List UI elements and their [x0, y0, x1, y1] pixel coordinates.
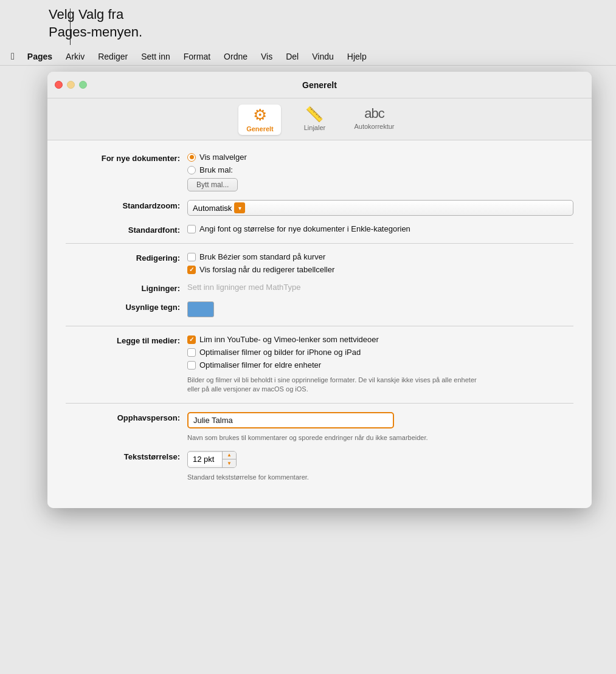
menu-ordne[interactable]: Ordne: [218, 50, 253, 63]
vis-forslag-row: Vis forslag når du redigerer tabellcelle…: [187, 265, 573, 274]
menubar:  Pages Arkiv Rediger Sett inn Format Or…: [0, 47, 616, 66]
bruk-mal-radio[interactable]: [187, 166, 196, 174]
iphone-checkbox[interactable]: [187, 348, 196, 357]
menu-pages[interactable]: Pages: [22, 50, 58, 63]
vis-forslag-checkbox[interactable]: [187, 266, 196, 274]
tekststorrelse-input[interactable]: [188, 453, 222, 466]
eldre-row: Optimaliser filmer for eldre enheter: [187, 360, 573, 370]
bezier-label: Bruk Bézier som standard på kurver: [199, 252, 325, 261]
bruk-mal-label: Bruk mal:: [199, 165, 233, 174]
tab-autokorrektur[interactable]: abc Autokorrektur: [348, 105, 400, 135]
standardfont-checkbox[interactable]: [187, 225, 196, 233]
ligninger-row: Ligninger: Sett inn ligninger med MathTy…: [66, 283, 573, 293]
standardfont-row: Standardfont: Angi font og størrelse for…: [66, 224, 573, 235]
window-title: Generelt: [302, 80, 337, 90]
tab-linjaler-label: Linjaler: [304, 124, 325, 131]
menu-del[interactable]: Del: [280, 50, 304, 63]
redigering-label: Redigering:: [66, 252, 187, 263]
redigering-controls: Bruk Bézier som standard på kurver Vis f…: [187, 252, 573, 274]
for-nye-dokumenter-label: For nye dokumenter:: [66, 153, 187, 163]
standardzoom-controls: Automatisk ▾: [187, 200, 573, 216]
legge-til-medier-controls: Lim inn YouTube- og Vimeo-lenker som net…: [187, 335, 573, 394]
standardzoom-label: Standardzoom:: [66, 200, 187, 210]
standardfont-label: Standardfont:: [66, 224, 187, 235]
tekststorrelse-sub: Standard tekststørrelse for kommentarer.: [187, 473, 443, 482]
bezier-row: Bruk Bézier som standard på kurver: [187, 252, 573, 261]
opphavsperson-controls: Navn som brukes til kommentarer og spore…: [187, 412, 573, 442]
vis-malvelger-row: Vis malvelger: [187, 153, 573, 162]
eldre-checkbox[interactable]: [187, 361, 196, 370]
eldre-label: Optimaliser filmer for eldre enheter: [199, 360, 321, 370]
tab-generelt[interactable]: ⚙ Generelt: [238, 105, 281, 135]
media-note: Bilder og filmer vil bli beholdt i sine …: [187, 376, 479, 394]
youtube-label: Lim inn YouTube- og Vimeo-lenker som net…: [199, 335, 379, 344]
standardfont-description: Angi font og størrelse for nye dokumente…: [199, 224, 410, 233]
usynlige-tegn-label: Usynlige tegn:: [66, 301, 187, 312]
opphavsperson-row: Opphavsperson: Navn som brukes til komme…: [66, 412, 573, 442]
vis-forslag-label: Vis forslag når du redigerer tabellcelle…: [199, 265, 334, 274]
opphavsperson-sub: Navn som brukes til kommentarer og spore…: [187, 433, 443, 442]
menu-rediger[interactable]: Rediger: [92, 50, 133, 63]
preferences-window: Generelt ⚙ Generelt 📏 Linjaler abc Autok…: [47, 72, 592, 508]
color-swatch[interactable]: [187, 301, 214, 317]
menu-format[interactable]: Format: [178, 50, 216, 63]
ligninger-mathtype: Sett inn ligninger med MathType: [187, 283, 573, 292]
maximize-button[interactable]: [79, 81, 87, 89]
menu-sett-inn[interactable]: Sett inn: [136, 50, 175, 63]
toolbar: ⚙ Generelt 📏 Linjaler abc Autokorrektur: [47, 98, 592, 140]
titlebar: Generelt: [47, 72, 592, 98]
stepper-arrows: ▲ ▼: [222, 452, 236, 467]
bytt-mal-button[interactable]: Bytt mal...: [187, 178, 238, 191]
bruk-mal-row: Bruk mal:: [187, 165, 573, 174]
divider-1: [66, 243, 573, 244]
for-nye-dokumenter-row: For nye dokumenter: Vis malvelger Bruk m…: [66, 153, 573, 191]
legge-til-medier-label: Legge til medier:: [66, 335, 187, 345]
annotation-text: Velg Valg fra Pages-menyen.: [49, 6, 142, 41]
stepper-up-button[interactable]: ▲: [223, 452, 236, 459]
tekststorrelse-label: Tekststørrelse:: [66, 451, 187, 461]
close-button[interactable]: [55, 81, 63, 89]
iphone-row: Optimaliser filmer og bilder for iPhone …: [187, 348, 573, 357]
divider-3: [66, 403, 573, 404]
legge-til-medier-row: Legge til medier: Lim inn YouTube- og Vi…: [66, 335, 573, 394]
for-nye-dokumenter-controls: Vis malvelger Bruk mal: Bytt mal...: [187, 153, 573, 191]
standardzoom-row: Standardzoom: Automatisk ▾: [66, 200, 573, 216]
menu-vis[interactable]: Vis: [255, 50, 278, 63]
tab-linjaler[interactable]: 📏 Linjaler: [293, 105, 336, 135]
gear-icon: ⚙: [253, 107, 267, 123]
annotation-line: [70, 9, 71, 45]
ligninger-label: Ligninger:: [66, 283, 187, 293]
dropdown-arrow-icon: ▾: [234, 202, 245, 213]
youtube-row: Lim inn YouTube- og Vimeo-lenker som net…: [187, 335, 573, 344]
standardfont-checkbox-row: Angi font og størrelse for nye dokumente…: [187, 224, 573, 233]
tab-generelt-label: Generelt: [246, 125, 274, 132]
standardzoom-dropdown[interactable]: Automatisk ▾: [187, 200, 573, 216]
opphavsperson-label: Opphavsperson:: [66, 412, 187, 422]
abc-icon: abc: [364, 107, 384, 120]
apple-menu[interactable]: : [6, 50, 19, 63]
divider-2: [66, 326, 573, 326]
ruler-icon: 📏: [305, 107, 324, 122]
traffic-lights: [55, 81, 87, 89]
opphavsperson-input[interactable]: [187, 412, 394, 428]
tekststorrelse-stepper: ▲ ▼: [187, 451, 237, 468]
usynlige-tegn-controls: [187, 301, 573, 317]
tekststorrelse-row: Tekststørrelse: ▲ ▼ Standard tekststørre…: [66, 451, 573, 482]
menu-arkiv[interactable]: Arkiv: [60, 50, 90, 63]
menu-vindu[interactable]: Vindu: [306, 50, 339, 63]
bezier-checkbox[interactable]: [187, 253, 196, 261]
tekststorrelse-controls: ▲ ▼ Standard tekststørrelse for kommenta…: [187, 451, 573, 482]
vis-malvelger-label: Vis malvelger: [199, 153, 247, 162]
redigering-row: Redigering: Bruk Bézier som standard på …: [66, 252, 573, 274]
menu-hjelp[interactable]: Hjelp: [342, 50, 372, 63]
iphone-label: Optimaliser filmer og bilder for iPhone …: [199, 348, 361, 357]
youtube-checkbox[interactable]: [187, 335, 196, 344]
usynlige-tegn-row: Usynlige tegn:: [66, 301, 573, 317]
tab-autokorrektur-label: Autokorrektur: [354, 123, 394, 130]
vis-malvelger-radio[interactable]: [187, 153, 196, 162]
tekststorrelse-stepper-row: ▲ ▼: [187, 451, 573, 468]
preferences-content: For nye dokumenter: Vis malvelger Bruk m…: [47, 140, 592, 508]
stepper-down-button[interactable]: ▼: [223, 459, 236, 467]
minimize-button[interactable]: [67, 81, 75, 89]
standardzoom-value: Automatisk: [193, 204, 232, 213]
